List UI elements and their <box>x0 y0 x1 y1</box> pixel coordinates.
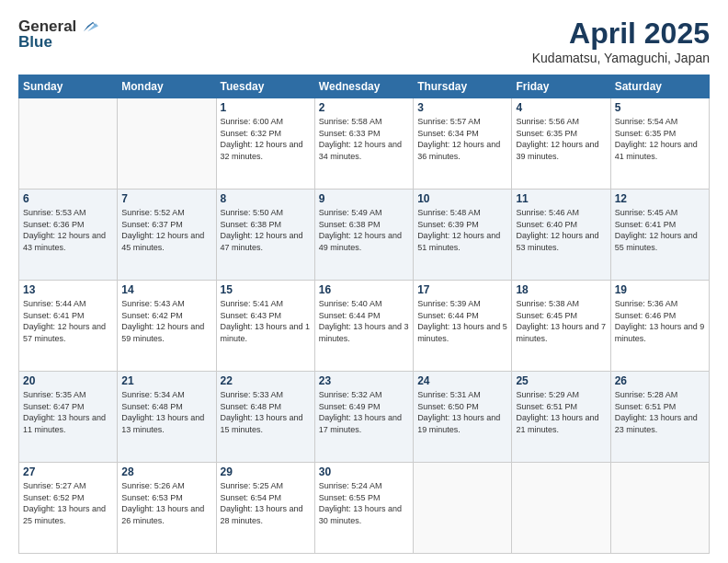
day-info: Sunrise: 5:24 AMSunset: 6:55 PMDaylight:… <box>319 480 409 526</box>
day-info: Sunrise: 5:49 AMSunset: 6:38 PMDaylight:… <box>319 207 409 253</box>
table-row: 6Sunrise: 5:53 AMSunset: 6:36 PMDaylight… <box>19 190 118 281</box>
table-row <box>118 98 216 190</box>
day-info: Sunrise: 5:28 AMSunset: 6:51 PMDaylight:… <box>615 389 705 435</box>
day-number: 10 <box>417 192 507 205</box>
day-info: Sunrise: 5:43 AMSunset: 6:42 PMDaylight:… <box>121 298 211 344</box>
day-info: Sunrise: 5:35 AMSunset: 6:47 PMDaylight:… <box>23 389 113 435</box>
day-number: 13 <box>23 283 113 296</box>
calendar-week-row: 20Sunrise: 5:35 AMSunset: 6:47 PMDayligh… <box>19 372 710 463</box>
page: General Blue April 2025 Kudamatsu, Yamag… <box>0 0 728 563</box>
day-number: 25 <box>516 374 606 387</box>
table-row: 4Sunrise: 5:56 AMSunset: 6:35 PMDaylight… <box>512 98 610 190</box>
table-row: 30Sunrise: 5:24 AMSunset: 6:55 PMDayligh… <box>314 463 413 554</box>
header: General Blue April 2025 Kudamatsu, Yamag… <box>18 17 710 65</box>
table-row: 3Sunrise: 5:57 AMSunset: 6:34 PMDaylight… <box>414 98 512 190</box>
day-info: Sunrise: 5:31 AMSunset: 6:50 PMDaylight:… <box>417 389 507 435</box>
day-number: 21 <box>121 374 211 387</box>
day-info: Sunrise: 5:57 AMSunset: 6:34 PMDaylight:… <box>417 116 507 162</box>
day-info: Sunrise: 6:00 AMSunset: 6:32 PMDaylight:… <box>221 116 311 162</box>
table-row: 9Sunrise: 5:49 AMSunset: 6:38 PMDaylight… <box>314 190 413 281</box>
table-row <box>414 463 512 554</box>
header-tuesday: Tuesday <box>216 75 314 98</box>
table-row: 8Sunrise: 5:50 AMSunset: 6:38 PMDaylight… <box>216 190 314 281</box>
month-title: April 2025 <box>532 17 710 51</box>
day-number: 11 <box>516 192 606 205</box>
day-info: Sunrise: 5:36 AMSunset: 6:46 PMDaylight:… <box>615 298 705 344</box>
day-info: Sunrise: 5:46 AMSunset: 6:40 PMDaylight:… <box>516 207 606 253</box>
day-info: Sunrise: 5:25 AMSunset: 6:54 PMDaylight:… <box>221 480 311 526</box>
table-row <box>512 463 610 554</box>
day-info: Sunrise: 5:26 AMSunset: 6:53 PMDaylight:… <box>121 480 211 526</box>
table-row: 19Sunrise: 5:36 AMSunset: 6:46 PMDayligh… <box>610 281 709 372</box>
table-row: 22Sunrise: 5:33 AMSunset: 6:48 PMDayligh… <box>216 372 314 463</box>
day-number: 23 <box>319 374 409 387</box>
calendar-table: Sunday Monday Tuesday Wednesday Thursday… <box>18 75 710 554</box>
table-row: 11Sunrise: 5:46 AMSunset: 6:40 PMDayligh… <box>512 190 610 281</box>
logo-icon <box>78 17 98 37</box>
day-info: Sunrise: 5:50 AMSunset: 6:38 PMDaylight:… <box>221 207 311 253</box>
day-info: Sunrise: 5:52 AMSunset: 6:37 PMDaylight:… <box>121 207 211 253</box>
day-info: Sunrise: 5:29 AMSunset: 6:51 PMDaylight:… <box>516 389 606 435</box>
day-info: Sunrise: 5:48 AMSunset: 6:39 PMDaylight:… <box>417 207 507 253</box>
day-info: Sunrise: 5:41 AMSunset: 6:43 PMDaylight:… <box>221 298 311 344</box>
table-row: 27Sunrise: 5:27 AMSunset: 6:52 PMDayligh… <box>19 463 118 554</box>
day-info: Sunrise: 5:54 AMSunset: 6:35 PMDaylight:… <box>615 116 705 162</box>
day-number: 29 <box>221 465 311 478</box>
table-row: 14Sunrise: 5:43 AMSunset: 6:42 PMDayligh… <box>118 281 216 372</box>
table-row: 13Sunrise: 5:44 AMSunset: 6:41 PMDayligh… <box>19 281 118 372</box>
table-row: 29Sunrise: 5:25 AMSunset: 6:54 PMDayligh… <box>216 463 314 554</box>
day-number: 20 <box>23 374 113 387</box>
day-info: Sunrise: 5:40 AMSunset: 6:44 PMDaylight:… <box>319 298 409 344</box>
day-number: 28 <box>121 465 211 478</box>
day-number: 15 <box>221 283 311 296</box>
calendar-week-row: 1Sunrise: 6:00 AMSunset: 6:32 PMDaylight… <box>19 98 710 190</box>
day-info: Sunrise: 5:38 AMSunset: 6:45 PMDaylight:… <box>516 298 606 344</box>
day-number: 4 <box>516 101 606 114</box>
table-row <box>19 98 118 190</box>
day-number: 1 <box>221 101 311 114</box>
header-saturday: Saturday <box>610 75 709 98</box>
day-number: 19 <box>615 283 705 296</box>
table-row: 20Sunrise: 5:35 AMSunset: 6:47 PMDayligh… <box>19 372 118 463</box>
day-number: 18 <box>516 283 606 296</box>
day-info: Sunrise: 5:58 AMSunset: 6:33 PMDaylight:… <box>319 116 409 162</box>
day-number: 3 <box>417 101 507 114</box>
calendar-header-row: Sunday Monday Tuesday Wednesday Thursday… <box>19 75 710 98</box>
subtitle: Kudamatsu, Yamaguchi, Japan <box>532 51 710 65</box>
table-row: 21Sunrise: 5:34 AMSunset: 6:48 PMDayligh… <box>118 372 216 463</box>
day-number: 14 <box>121 283 211 296</box>
day-number: 7 <box>121 192 211 205</box>
title-block: April 2025 Kudamatsu, Yamaguchi, Japan <box>532 17 710 65</box>
table-row: 5Sunrise: 5:54 AMSunset: 6:35 PMDaylight… <box>610 98 709 190</box>
header-friday: Friday <box>512 75 610 98</box>
table-row: 25Sunrise: 5:29 AMSunset: 6:51 PMDayligh… <box>512 372 610 463</box>
day-number: 2 <box>319 101 409 114</box>
calendar-week-row: 27Sunrise: 5:27 AMSunset: 6:52 PMDayligh… <box>19 463 710 554</box>
calendar-week-row: 13Sunrise: 5:44 AMSunset: 6:41 PMDayligh… <box>19 281 710 372</box>
day-number: 12 <box>615 192 705 205</box>
day-info: Sunrise: 5:53 AMSunset: 6:36 PMDaylight:… <box>23 207 113 253</box>
logo-blue-text: Blue <box>18 33 52 52</box>
header-thursday: Thursday <box>414 75 512 98</box>
table-row <box>610 463 709 554</box>
svg-marker-1 <box>88 23 99 31</box>
day-number: 6 <box>23 192 113 205</box>
table-row: 1Sunrise: 6:00 AMSunset: 6:32 PMDaylight… <box>216 98 314 190</box>
day-info: Sunrise: 5:27 AMSunset: 6:52 PMDaylight:… <box>23 480 113 526</box>
header-sunday: Sunday <box>19 75 118 98</box>
day-number: 17 <box>417 283 507 296</box>
table-row: 7Sunrise: 5:52 AMSunset: 6:37 PMDaylight… <box>118 190 216 281</box>
calendar-week-row: 6Sunrise: 5:53 AMSunset: 6:36 PMDaylight… <box>19 190 710 281</box>
table-row: 16Sunrise: 5:40 AMSunset: 6:44 PMDayligh… <box>314 281 413 372</box>
table-row: 24Sunrise: 5:31 AMSunset: 6:50 PMDayligh… <box>414 372 512 463</box>
day-number: 16 <box>319 283 409 296</box>
day-number: 9 <box>319 192 409 205</box>
header-wednesday: Wednesday <box>314 75 413 98</box>
day-number: 27 <box>23 465 113 478</box>
table-row: 18Sunrise: 5:38 AMSunset: 6:45 PMDayligh… <box>512 281 610 372</box>
day-number: 30 <box>319 465 409 478</box>
day-info: Sunrise: 5:33 AMSunset: 6:48 PMDaylight:… <box>221 389 311 435</box>
day-info: Sunrise: 5:32 AMSunset: 6:49 PMDaylight:… <box>319 389 409 435</box>
header-monday: Monday <box>118 75 216 98</box>
table-row: 23Sunrise: 5:32 AMSunset: 6:49 PMDayligh… <box>314 372 413 463</box>
